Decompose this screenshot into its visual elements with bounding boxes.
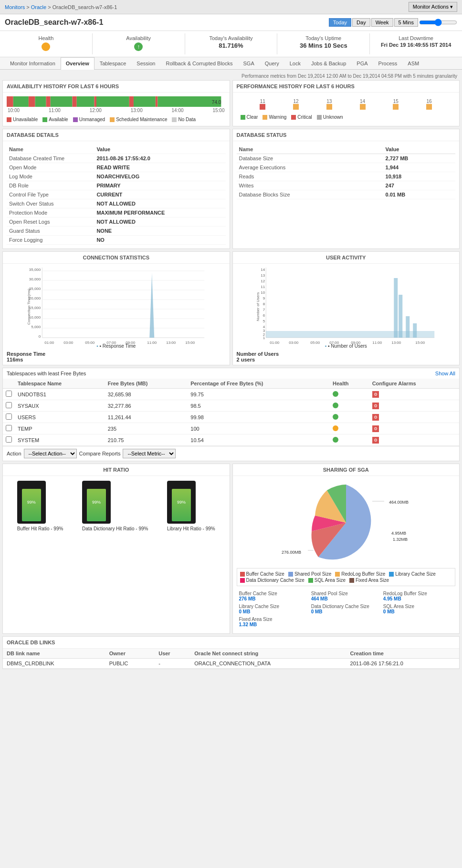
- dict-hit-ratio: 99% Data Dictionary Hit Ratio - 99%: [82, 481, 148, 531]
- perf-cols: 11 12 13 14: [237, 96, 456, 112]
- sga-stat-redo: RedoLog Buffer Size 4.95 MB: [383, 591, 453, 601]
- tab-tablespace[interactable]: Tablespace: [94, 57, 132, 69]
- svg-text:Connection Time(ms): Connection Time(ms): [27, 289, 31, 325]
- tab-rollback[interactable]: Rollback & Corrupted Blocks: [160, 57, 238, 69]
- svg-rect-11: [134, 96, 156, 107]
- svg-text:5: 5: [262, 319, 265, 323]
- sga-fixed-label: Fixed Area Size: [356, 578, 389, 583]
- ts-row-health-dot: [333, 437, 338, 443]
- svg-text:05:00: 05:00: [85, 341, 95, 345]
- db-status-row-value: 2,727 MB: [383, 154, 455, 163]
- db-details-content: Name Value Database Created Time2011-08-…: [3, 141, 230, 248]
- ts-col-pct: Percentage of Free Bytes (%): [188, 379, 330, 389]
- sga-legend-buffer: Buffer Cache Size: [240, 571, 284, 577]
- svg-rect-10: [129, 96, 134, 107]
- perf-bar-16: [426, 104, 432, 110]
- links-col-name: DB link name: [3, 649, 105, 659]
- todays-availability-label: Today's Availability: [190, 35, 273, 41]
- ts-row-checkbox[interactable]: [6, 413, 12, 420]
- action-select[interactable]: --Select Action--: [24, 449, 77, 458]
- db-details-row-value: PRIMARY: [94, 181, 225, 190]
- ts-row-alarm-btn[interactable]: ⚙: [372, 391, 379, 398]
- links-col-user: User: [155, 649, 190, 659]
- tab-jobs[interactable]: Jobs & Backup: [306, 57, 351, 69]
- db-details-row-value: NO: [94, 236, 225, 245]
- sga-stat-redo-label: RedoLog Buffer Size: [383, 591, 453, 596]
- sga-stat-lib: Library Cache Size 0 MB: [239, 604, 309, 614]
- perf-col-label-15: 15: [393, 99, 399, 104]
- svg-text:35,000: 35,000: [29, 268, 41, 272]
- legend-scheduled-dot: [110, 117, 115, 122]
- ts-row-alarm-btn[interactable]: ⚙: [372, 414, 379, 421]
- svg-text:0: 0: [39, 334, 41, 339]
- last-downtime-label: Last Downtime: [375, 35, 457, 41]
- legend-scheduled: Scheduled Maintenance: [110, 117, 167, 122]
- ts-row-alarm-btn[interactable]: ⚙: [372, 403, 379, 409]
- time-btn-interval[interactable]: 5 Mins: [394, 18, 418, 27]
- perf-note: Performance metrics from Dec 19,2014 12:…: [2, 72, 460, 80]
- action-label: Action: [7, 451, 21, 456]
- sga-stat-fixed-value: 1.32 MB: [239, 622, 309, 627]
- links-table-row: DBMS_CLRDBLINKPUBLIC-ORACLR_CONNECTION_D…: [3, 659, 459, 669]
- svg-text:11:00: 11:00: [372, 341, 382, 345]
- db-status-col-value: Value: [383, 145, 455, 154]
- svg-text:4.95MB: 4.95MB: [391, 531, 406, 536]
- sga-stat-lib-label: Library Cache Size: [239, 604, 309, 609]
- db-details-row-value: NONE: [94, 227, 225, 236]
- ts-row-checkbox[interactable]: [6, 402, 12, 408]
- svg-rect-6: [73, 96, 77, 107]
- tab-monitor-info[interactable]: Monitor Information: [5, 57, 61, 69]
- tab-pga[interactable]: PGA: [351, 57, 373, 69]
- sga-stat-buffer: Buffer Cache Size 276 MB: [239, 591, 309, 601]
- monitor-actions-button[interactable]: Monitor Actions ▾: [409, 2, 457, 12]
- user-activity-title: USER ACTIVITY: [233, 252, 460, 264]
- tab-query[interactable]: Query: [260, 57, 284, 69]
- perf-bar-14: [360, 104, 366, 110]
- tab-sga[interactable]: SGA: [238, 57, 260, 69]
- time-btn-week[interactable]: Week: [371, 18, 393, 27]
- svg-text:5,000: 5,000: [31, 325, 41, 329]
- ts-row-alarm-btn[interactable]: ⚙: [372, 425, 379, 432]
- page-title: OracleDB_search-w7-x86-1: [5, 18, 103, 27]
- db-details-row: Control File TypeCURRENT: [7, 190, 226, 199]
- tab-overview[interactable]: Overview: [61, 57, 94, 70]
- buffer-hit-ratio: 99% Buffer Hit Ratio - 99%: [17, 481, 63, 531]
- db-details-row-value: MAXIMUM PERFORMANCE: [94, 208, 225, 217]
- sga-legend-redo: RedoLog Buffer Size: [335, 571, 385, 577]
- sga-pie-container: 464.00MB 4.95MB 1.32MB 276.00MB: [237, 480, 456, 566]
- ts-col-health: Health: [330, 379, 369, 389]
- perf-bar-13: [326, 104, 332, 110]
- svg-rect-12: [156, 96, 158, 107]
- dict-battery-pct: 99%: [92, 500, 101, 505]
- perf-col-label-16: 16: [426, 99, 432, 104]
- ts-row-checkbox[interactable]: [6, 391, 12, 397]
- db-details-row-name: Control File Type: [7, 190, 94, 199]
- ts-row-checkbox[interactable]: [6, 425, 12, 431]
- db-details-row-value: NOT ALLOWED: [94, 217, 225, 227]
- avail-history-title: AVAILABILITY HISTORY FOR LAST 6 HOURS: [3, 81, 230, 93]
- svg-rect-1: [13, 96, 29, 107]
- tab-session[interactable]: Session: [131, 57, 160, 69]
- ts-row-health: [330, 400, 369, 412]
- sga-panel: SHARING OF SGA 464: [232, 464, 460, 634]
- svg-text:05:00: 05:00: [310, 341, 320, 345]
- breadcrumb-monitors[interactable]: Monitors: [5, 4, 25, 10]
- time-btn-today[interactable]: Today: [329, 18, 351, 27]
- svg-rect-7: [77, 96, 94, 107]
- tab-asm[interactable]: ASM: [402, 57, 424, 69]
- time-btn-day[interactable]: Day: [352, 18, 370, 27]
- ts-row-checkbox[interactable]: [6, 436, 12, 443]
- tab-lock[interactable]: Lock: [284, 57, 306, 69]
- ts-row-alarm-btn[interactable]: ⚙: [372, 437, 379, 444]
- hit-ratio-content: 99% Buffer Hit Ratio - 99% 99% Data Dict…: [3, 476, 230, 536]
- svg-rect-5: [51, 96, 73, 107]
- conn-stats-title: CONNECTION STATISTICS: [3, 252, 230, 264]
- breadcrumb-oracle[interactable]: Oracle: [31, 4, 46, 10]
- sga-legend-row-2: Data Dictionary Cache Size SQL Area Size…: [240, 578, 452, 583]
- legend-unknown: Unknown: [317, 114, 343, 120]
- tab-process[interactable]: Process: [373, 57, 403, 69]
- legend-nodata-label: No Data: [178, 117, 196, 122]
- time-slider[interactable]: [419, 19, 457, 26]
- compare-select[interactable]: --Select Metric--: [123, 449, 176, 458]
- show-all-link[interactable]: Show All: [435, 371, 455, 376]
